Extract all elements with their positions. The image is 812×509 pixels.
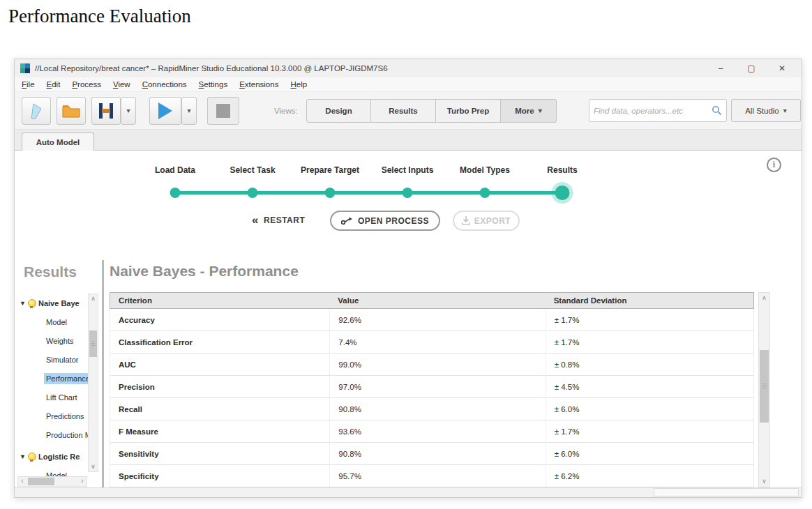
tree-item-lift-chart[interactable]: Lift Chart: [15, 390, 80, 404]
scroll-left-arrow-icon[interactable]: ‹: [18, 477, 27, 486]
table-row-precision[interactable]: Precision 97.0% ± 4.5%: [110, 376, 753, 398]
menu-file[interactable]: File: [22, 80, 35, 89]
tree-group-label: Logistic Re: [38, 453, 80, 461]
cell-criterion: Sensitivity: [110, 443, 329, 464]
table-scrollbar-thumb[interactable]: [760, 350, 769, 423]
table-row-classification-error[interactable]: Classification Error 7.4% ± 1.7%: [110, 331, 753, 354]
new-process-button[interactable]: [22, 97, 51, 125]
stop-button[interactable]: [207, 97, 239, 125]
menu-view[interactable]: View: [113, 80, 130, 89]
stop-icon: [216, 104, 230, 118]
tree-item-production-model[interactable]: Production M: [15, 428, 93, 442]
info-icon[interactable]: i: [767, 158, 781, 172]
sidebar-vertical-scrollbar[interactable]: ∧ ∨: [88, 294, 98, 472]
step-dot-select-task[interactable]: [248, 188, 258, 198]
view-design-button[interactable]: Design: [306, 99, 371, 123]
menu-settings[interactable]: Settings: [199, 80, 228, 89]
global-search: [589, 99, 727, 122]
window-titlebar[interactable]: //Local Repository/breat cancer* – Rapid…: [15, 59, 802, 77]
scroll-up-arrow-icon[interactable]: ∧: [759, 294, 769, 303]
table-header-row: Criterion Value Standard Deviation: [110, 292, 754, 309]
cell-sd: ± 0.8%: [546, 354, 753, 375]
step-results[interactable]: Results: [547, 165, 577, 175]
action-bar: « RESTART OPEN PROCESS EXPORT: [15, 211, 802, 231]
step-dot-model-types[interactable]: [480, 188, 490, 198]
table-vertical-scrollbar[interactable]: ∧ ∨: [758, 292, 770, 487]
table-row-recall[interactable]: Recall 90.8% ± 6.0%: [110, 398, 753, 420]
run-dropdown-button[interactable]: ▾: [181, 97, 197, 125]
tree-item-weights[interactable]: Weights: [15, 334, 76, 348]
scrollbar-grip: [762, 384, 767, 389]
step-prepare-target[interactable]: Prepare Target: [301, 165, 359, 175]
collapse-caret-icon[interactable]: ▼: [20, 453, 28, 460]
step-model-types[interactable]: Model Types: [460, 165, 510, 175]
open-process-button[interactable]: OPEN PROCESS: [330, 211, 440, 231]
column-standard-deviation[interactable]: Standard Deviation: [546, 296, 753, 305]
cell-sd: ± 1.7%: [546, 420, 753, 442]
cell-sd: ± 1.7%: [546, 309, 753, 331]
menu-help[interactable]: Help: [290, 80, 307, 89]
step-load-data[interactable]: Load Data: [155, 165, 195, 175]
scrollbar-grip: [91, 342, 95, 347]
minimize-button[interactable]: –: [705, 59, 736, 77]
scroll-up-arrow-icon[interactable]: ∧: [89, 294, 98, 303]
export-label: EXPORT: [474, 216, 511, 226]
tree-item-performance-selected[interactable]: Performance: [15, 372, 92, 386]
scroll-down-arrow-icon[interactable]: ∨: [89, 462, 98, 471]
collapse-caret-icon[interactable]: ▼: [20, 300, 28, 307]
export-button[interactable]: EXPORT: [453, 211, 520, 231]
search-icon[interactable]: [712, 105, 722, 116]
tree-group-logistic-regression[interactable]: ▼ Logistic Re: [15, 450, 80, 464]
run-button[interactable]: [149, 97, 181, 125]
tree-item-label: Weights: [44, 335, 76, 347]
menu-edit[interactable]: Edit: [47, 80, 61, 89]
scroll-right-arrow-icon[interactable]: ›: [78, 477, 87, 486]
maximize-button[interactable]: ▢: [736, 59, 767, 77]
table-row-auc[interactable]: AUC 99.0% ± 0.8%: [110, 354, 753, 376]
tree-item-simulator[interactable]: Simulator: [15, 353, 80, 367]
column-value[interactable]: Value: [329, 296, 545, 305]
view-results-button[interactable]: Results: [371, 99, 436, 123]
column-criterion[interactable]: Criterion: [110, 296, 329, 305]
search-input[interactable]: [594, 107, 712, 115]
save-icon: [99, 103, 113, 119]
new-document-icon: [29, 102, 44, 120]
tree-item-predictions[interactable]: Predictions: [15, 409, 86, 423]
view-more-button[interactable]: More ▾: [501, 99, 557, 123]
restart-button[interactable]: « RESTART: [252, 211, 305, 230]
save-button[interactable]: [91, 97, 121, 125]
tab-auto-model[interactable]: Auto Model: [22, 132, 94, 151]
status-panel: [654, 488, 799, 496]
menu-connections[interactable]: Connections: [142, 80, 187, 89]
step-dot-prepare-target[interactable]: [325, 188, 336, 198]
step-dot-load-data[interactable]: [170, 188, 181, 198]
tree-group-naive-bayes[interactable]: ▼ Naive Baye: [15, 296, 80, 310]
sidebar-hscrollbar-thumb[interactable]: [28, 478, 54, 485]
scroll-down-arrow-icon[interactable]: ∨: [759, 477, 769, 486]
menu-process[interactable]: Process: [72, 80, 101, 89]
table-row-accuracy[interactable]: Accuracy 92.6% ± 1.7%: [110, 309, 753, 331]
folder-icon: [62, 103, 80, 119]
save-dropdown-button[interactable]: ▾: [121, 97, 136, 125]
table-row-f-measure[interactable]: F Measure 93.6% ± 1.7%: [110, 420, 753, 443]
tree-item-model[interactable]: Model: [15, 315, 69, 329]
search-scope-dropdown[interactable]: All Studio ▾: [731, 99, 801, 122]
sidebar-horizontal-scrollbar[interactable]: ‹ ›: [17, 476, 87, 487]
step-dot-results-active[interactable]: [555, 185, 570, 200]
menu-extensions[interactable]: Extensions: [239, 80, 278, 89]
cell-criterion: Classification Error: [110, 331, 329, 353]
step-dot-select-inputs[interactable]: [403, 188, 413, 198]
table-row-specificity[interactable]: Specificity 95.7% ± 6.2%: [110, 465, 753, 487]
open-file-button[interactable]: [57, 97, 86, 125]
cell-criterion: Recall: [110, 398, 329, 420]
step-select-inputs[interactable]: Select Inputs: [382, 165, 434, 175]
close-button[interactable]: ✕: [767, 59, 797, 77]
panel-splitter[interactable]: [102, 260, 104, 487]
sidebar-scrollbar-thumb[interactable]: [89, 331, 97, 357]
process-flow-icon: [341, 217, 353, 225]
table-row-sensitivity[interactable]: Sensitivity 90.8% ± 6.0%: [110, 443, 753, 465]
tree-item-label: Model: [44, 317, 69, 328]
step-select-task[interactable]: Select Task: [230, 165, 275, 175]
view-turbo-prep-button[interactable]: Turbo Prep: [436, 99, 501, 123]
cell-criterion: F Measure: [110, 420, 329, 442]
